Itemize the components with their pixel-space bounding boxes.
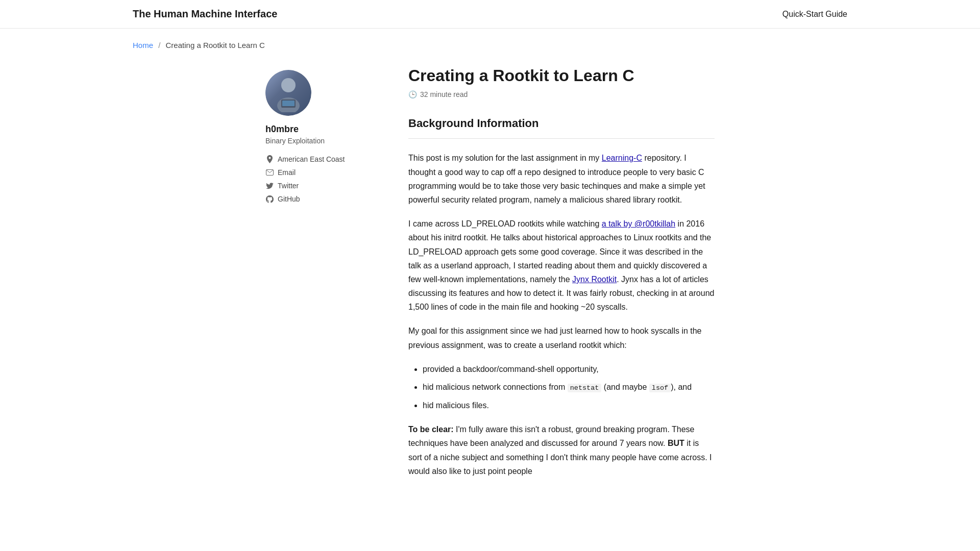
github-link[interactable]: GitHub: [278, 195, 300, 203]
goal-list: provided a backdoor/command-shell opport…: [408, 362, 715, 412]
avatar-image: [265, 70, 311, 116]
section-divider: [408, 138, 715, 139]
sidebar: h0mbre Binary Exploitation American East…: [265, 49, 378, 523]
meta-github: GitHub: [265, 195, 378, 203]
bold-but: BUT: [668, 439, 684, 447]
breadcrumb-home-link[interactable]: Home: [133, 41, 153, 49]
bold-to-be-clear: To be clear:: [408, 425, 454, 434]
bullet-2: hid malicious network connections from n…: [423, 380, 715, 394]
meta-email: Email: [265, 168, 378, 177]
nav-quick-start[interactable]: Quick-Start Guide: [782, 10, 847, 19]
breadcrumb-separator: /: [158, 41, 160, 49]
code-lsof: lsof: [649, 384, 671, 392]
author-avatar: [265, 70, 311, 116]
breadcrumb: Home / Creating a Rootkit to Learn C: [0, 29, 980, 49]
main-content: Creating a Rootkit to Learn C 🕒 32 minut…: [408, 49, 715, 523]
meta-location: American East Coast: [265, 155, 378, 163]
author-meta: American East Coast Email: [265, 155, 378, 203]
post-meta: 🕒 32 minute read: [408, 90, 715, 98]
code-netstat: netstat: [568, 384, 602, 392]
site-title[interactable]: The Human Machine Interface: [133, 8, 277, 20]
page-container: h0mbre Binary Exploitation American East…: [133, 49, 847, 523]
email-link[interactable]: Email: [278, 168, 296, 177]
jynx-link[interactable]: Jynx Rootkit: [572, 275, 617, 284]
author-name: h0mbre: [265, 124, 378, 135]
github-icon: [265, 195, 274, 203]
twitter-link[interactable]: Twitter: [278, 182, 299, 190]
svg-rect-3: [282, 101, 295, 106]
background-section: Background Information This post is my s…: [408, 117, 715, 478]
paragraph-3: My goal for this assignment since we had…: [408, 324, 715, 352]
twitter-icon: [265, 182, 274, 190]
talk-link[interactable]: a talk by @r00tkillah: [602, 219, 675, 228]
author-bio: Binary Exploitation: [265, 137, 378, 145]
email-icon: [265, 168, 274, 177]
meta-twitter: Twitter: [265, 182, 378, 190]
bullet-3: hid malicious files.: [423, 398, 715, 412]
breadcrumb-current: Creating a Rootkit to Learn C: [166, 41, 265, 49]
paragraph-1: This post is my solution for the last as…: [408, 151, 715, 207]
read-time: 32 minute read: [420, 90, 468, 98]
clock-icon: 🕒: [408, 90, 417, 98]
svg-point-0: [281, 78, 296, 92]
site-header: The Human Machine Interface Quick-Start …: [0, 0, 980, 29]
location-icon: [265, 155, 274, 163]
paragraph-2: I came across LD_PRELOAD rootkits while …: [408, 217, 715, 314]
post-title: Creating a Rootkit to Learn C: [408, 66, 715, 85]
bullet-1: provided a backdoor/command-shell opport…: [423, 362, 715, 376]
paragraph-4: To be clear: I'm fully aware this isn't …: [408, 422, 715, 478]
section-heading-background: Background Information: [408, 117, 715, 130]
learning-c-link[interactable]: Learning-C: [602, 154, 642, 162]
location-text: American East Coast: [278, 155, 345, 163]
